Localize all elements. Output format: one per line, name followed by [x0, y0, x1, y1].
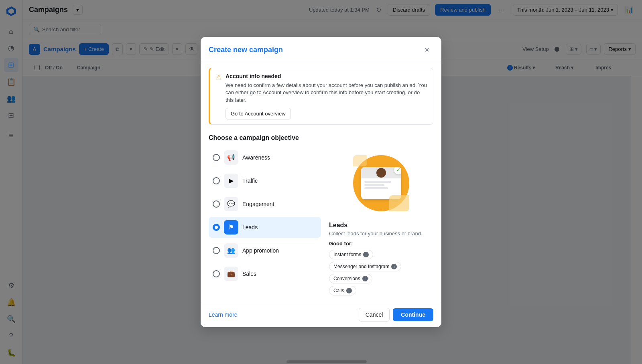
- preview-circle: ✓: [353, 155, 409, 211]
- objective-preview: ✓ Leads Collect leads for your business …: [329, 147, 433, 295]
- alert-text: We need to confirm a few details about y…: [226, 82, 427, 104]
- engagement-radio[interactable]: [213, 200, 220, 208]
- preview-info: Leads Collect leads for your business or…: [329, 222, 433, 295]
- preview-obj-title: Leads: [329, 222, 433, 229]
- messenger-info-icon[interactable]: i: [391, 264, 397, 269]
- preview-card-lines: [361, 178, 401, 192]
- app-promotion-icon: 👥: [224, 243, 238, 258]
- sales-radio[interactable]: [213, 270, 220, 277]
- preview-obj-desc: Collect leads for your business or brand…: [329, 231, 433, 237]
- objective-leads[interactable]: ⚑ Leads: [209, 217, 321, 238]
- tag-calls: Calls i: [329, 286, 356, 295]
- app-promotion-label: App promotion: [242, 247, 279, 254]
- preview-tags: Instant forms i Messenger and Instagram …: [329, 250, 433, 295]
- preview-deco1: [389, 195, 409, 211]
- objective-sales[interactable]: 💼 Sales: [209, 263, 321, 284]
- account-info-alert: ⚠ Account info needed We need to confirm…: [209, 68, 433, 125]
- modal-overlay: Create new campaign × ⚠ Account info nee…: [0, 0, 642, 364]
- preview-line-1: [364, 181, 391, 183]
- preview-line-3: [364, 187, 388, 189]
- tag-messenger-instagram: Messenger and Instagram i: [329, 262, 401, 271]
- continue-button[interactable]: Continue: [393, 308, 433, 321]
- leads-icon: ⚑: [224, 220, 238, 235]
- leads-radio[interactable]: [213, 224, 220, 231]
- objective-app-promotion[interactable]: 👥 App promotion: [209, 240, 321, 261]
- traffic-label: Traffic: [242, 178, 258, 184]
- modal-title: Create new campaign: [209, 46, 283, 54]
- account-overview-button[interactable]: Go to Account overview: [226, 108, 291, 119]
- leads-label: Leads: [242, 224, 258, 231]
- alert-title: Account info needed: [226, 73, 427, 79]
- preview-good-for: Good for:: [329, 241, 433, 247]
- sales-label: Sales: [242, 271, 256, 277]
- instant-forms-info-icon[interactable]: i: [363, 252, 369, 257]
- objective-awareness[interactable]: 📢 Awareness: [209, 147, 321, 168]
- preview-illustration: ✓: [349, 151, 413, 215]
- traffic-icon: ▶: [224, 174, 238, 188]
- preview-deco2: [353, 155, 367, 166]
- preview-avatar: [376, 168, 386, 178]
- objective-engagement[interactable]: 💬 Engagement: [209, 194, 321, 214]
- tag-conversions: Conversions i: [329, 274, 372, 283]
- calls-info-icon[interactable]: i: [346, 288, 352, 293]
- traffic-radio[interactable]: [213, 177, 220, 184]
- awareness-radio[interactable]: [213, 154, 220, 161]
- create-campaign-modal: Create new campaign × ⚠ Account info nee…: [201, 37, 441, 327]
- warning-icon: ⚠: [216, 73, 221, 81]
- objective-list: 📢 Awareness ▶ Traffic 💬 Engagement: [209, 147, 321, 295]
- learn-more-link[interactable]: Learn more: [209, 311, 238, 318]
- modal-close-button[interactable]: ×: [421, 43, 433, 56]
- preview-card: ✓: [361, 167, 401, 199]
- objective-traffic[interactable]: ▶ Traffic: [209, 170, 321, 191]
- engagement-icon: 💬: [224, 197, 238, 211]
- objective-section-title: Choose a campaign objective: [209, 134, 433, 142]
- preview-line-2: [364, 184, 384, 186]
- conversions-info-icon[interactable]: i: [362, 276, 368, 281]
- cancel-button[interactable]: Cancel: [359, 308, 390, 322]
- sales-icon: 💼: [224, 267, 238, 281]
- objective-layout: 📢 Awareness ▶ Traffic 💬 Engagement: [209, 147, 433, 295]
- tag-instant-forms: Instant forms i: [329, 250, 373, 259]
- app-promotion-radio[interactable]: [213, 247, 220, 254]
- awareness-icon: 📢: [224, 150, 238, 165]
- modal-footer: Learn more Cancel Continue: [201, 302, 441, 327]
- modal-body: Choose a campaign objective 📢 Awareness …: [201, 131, 441, 302]
- awareness-label: Awareness: [242, 154, 270, 161]
- preview-check-icon: ✓: [394, 167, 401, 174]
- modal-header: Create new campaign ×: [201, 37, 441, 61]
- engagement-label: Engagement: [242, 201, 274, 207]
